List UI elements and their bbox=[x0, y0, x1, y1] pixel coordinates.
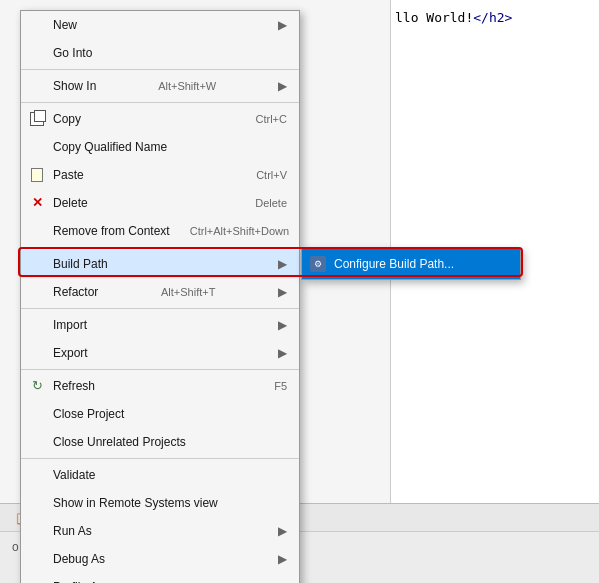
arrow-icon: ▶ bbox=[258, 315, 287, 335]
separator-5 bbox=[21, 369, 299, 370]
menu-item-go-into[interactable]: Go Into bbox=[21, 39, 299, 67]
menu-item-delete[interactable]: ✕ Delete Delete bbox=[21, 189, 299, 217]
menu-item-remove-context[interactable]: Remove from Context Ctrl+Alt+Shift+Down bbox=[21, 217, 299, 245]
build-path-group: Build Path ▶ ⚙ Configure Build Path... bbox=[21, 250, 299, 278]
separator-3 bbox=[21, 247, 299, 248]
menu-item-copy-qualified[interactable]: Copy Qualified Name bbox=[21, 133, 299, 161]
paste-icon bbox=[29, 167, 45, 183]
refresh-icon: ↻ bbox=[29, 378, 45, 394]
editor-code-line: llo World!</h2> bbox=[395, 8, 595, 28]
build-path-arrow-icon: ▶ bbox=[258, 254, 287, 274]
separator-1 bbox=[21, 69, 299, 70]
menu-item-close-project[interactable]: Close Project bbox=[21, 400, 299, 428]
delete-icon: ✕ bbox=[29, 195, 45, 211]
arrow-icon: ▶ bbox=[258, 549, 287, 569]
arrow-icon: ▶ bbox=[258, 282, 287, 302]
copy-icon bbox=[29, 111, 45, 127]
arrow-icon: ▶ bbox=[258, 15, 287, 35]
menu-item-profile-as[interactable]: Profile As ▶ bbox=[21, 573, 299, 583]
arrow-icon: ▶ bbox=[258, 577, 287, 583]
arrow-icon: ▶ bbox=[258, 343, 287, 363]
context-menu: New ▶ Go Into Show In Alt+Shift+W ▶ Copy… bbox=[20, 10, 300, 583]
editor-area: llo World!</h2> bbox=[390, 0, 599, 583]
arrow-icon: ▶ bbox=[258, 76, 287, 96]
menu-item-refresh[interactable]: ↻ Refresh F5 bbox=[21, 372, 299, 400]
menu-item-close-unrelated[interactable]: Close Unrelated Projects bbox=[21, 428, 299, 456]
menu-item-show-in[interactable]: Show In Alt+Shift+W ▶ bbox=[21, 72, 299, 100]
menu-item-export[interactable]: Export ▶ bbox=[21, 339, 299, 367]
configure-build-path-icon: ⚙ bbox=[310, 256, 326, 272]
menu-item-validate[interactable]: Validate bbox=[21, 461, 299, 489]
separator-6 bbox=[21, 458, 299, 459]
arrow-icon: ▶ bbox=[258, 521, 287, 541]
menu-item-new[interactable]: New ▶ bbox=[21, 11, 299, 39]
separator-4 bbox=[21, 308, 299, 309]
menu-item-import[interactable]: Import ▶ bbox=[21, 311, 299, 339]
menu-item-paste[interactable]: Paste Ctrl+V bbox=[21, 161, 299, 189]
menu-item-debug-as[interactable]: Debug As ▶ bbox=[21, 545, 299, 573]
separator-2 bbox=[21, 102, 299, 103]
menu-item-refactor[interactable]: Refactor Alt+Shift+T ▶ bbox=[21, 278, 299, 306]
menu-item-configure-build-path[interactable]: ⚙ Configure Build Path... bbox=[302, 249, 520, 279]
menu-item-copy[interactable]: Copy Ctrl+C bbox=[21, 105, 299, 133]
menu-item-run-as[interactable]: Run As ▶ bbox=[21, 517, 299, 545]
build-path-submenu: ⚙ Configure Build Path... bbox=[301, 248, 521, 280]
menu-item-build-path[interactable]: Build Path ▶ bbox=[21, 250, 299, 278]
menu-item-show-remote[interactable]: Show in Remote Systems view bbox=[21, 489, 299, 517]
